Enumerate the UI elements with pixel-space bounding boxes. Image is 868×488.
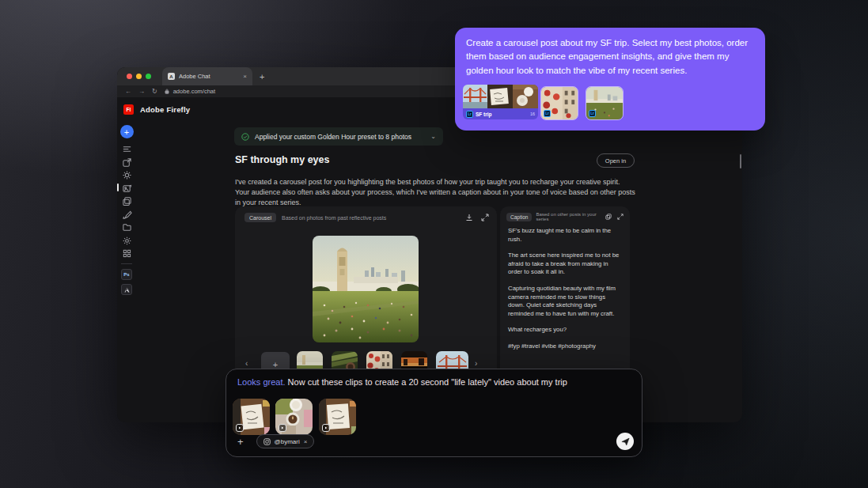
carousel-panel: Carousel Based on photos from past refle… [235, 206, 497, 380]
caption-panel: Caption Based on other posts in your ser… [500, 206, 630, 380]
open-in-button[interactable]: Open in [597, 153, 635, 168]
attached-clip-sketchbook[interactable] [233, 399, 270, 435]
download-icon[interactable] [465, 214, 473, 221]
lightroom-icon: Lr [466, 111, 473, 118]
composer-toolbar: + @bymari × [237, 433, 634, 450]
carousel-panel-header: Carousel Based on photos from past refle… [235, 206, 497, 222]
url-text[interactable]: adobe.com/chat [173, 88, 215, 95]
composer-highlight-text: Looks great. [237, 377, 286, 387]
apps-icon[interactable] [122, 248, 132, 259]
album-count-badge: 16 [530, 112, 535, 116]
album-photo-plates [513, 85, 538, 108]
user-prompt-text: Create a carousel post about my SF trip.… [466, 36, 754, 78]
carousel-prev-button[interactable]: ‹ [245, 359, 248, 368]
remove-handle-icon[interactable]: × [304, 438, 308, 445]
lightroom-icon: Lr [544, 110, 551, 117]
brush-icon[interactable] [122, 210, 132, 220]
image-export-icon[interactable] [122, 183, 132, 194]
firefly-logo-icon: Fl [123, 104, 134, 115]
tab-favicon-icon: A [168, 73, 175, 80]
attachment-album-card[interactable]: Lr SF trip 16 [463, 85, 538, 119]
instagram-handle-chip[interactable]: @bymari × [256, 434, 315, 448]
caption-text: SF's buzz taught me to be calm in the ru… [500, 221, 630, 351]
handle-text: @bymari [275, 438, 300, 445]
carousel-subtitle: Based on photos from past reflective pos… [282, 215, 386, 221]
status-text: Applied your custom Golden Hour preset t… [255, 133, 425, 141]
album-label-bar: Lr SF trip 16 [463, 108, 538, 119]
video-play-icon [279, 424, 286, 432]
scrollbar[interactable] [740, 154, 741, 168]
sidebar-divider [121, 263, 132, 264]
attachment-photo-park[interactable]: Lr [586, 86, 624, 120]
expand-icon[interactable] [617, 214, 624, 220]
expand-icon[interactable] [481, 214, 489, 221]
caption-paragraph: SF's buzz taught me to be calm in the ru… [508, 227, 622, 244]
add-attachment-button[interactable]: + [237, 436, 244, 448]
back-icon[interactable]: ← [125, 89, 131, 95]
composer-rest-text: Now cut these clips to create a 20 secon… [286, 377, 567, 387]
new-tab-button[interactable]: + [260, 72, 264, 81]
chevron-down-icon[interactable]: ⌄ [430, 133, 436, 140]
status-chip[interactable]: Applied your custom Golden Hour preset t… [234, 127, 443, 146]
folder-icon[interactable] [122, 222, 132, 233]
chat-composer[interactable]: Looks great. Now cut these clips to crea… [226, 369, 642, 457]
page-title: SF through my eyes [235, 154, 329, 165]
adobe-app-icon[interactable] [121, 284, 132, 295]
send-icon [621, 437, 630, 446]
history-icon[interactable] [122, 144, 132, 154]
user-prompt-bubble: Create a carousel post about my SF trip.… [455, 28, 765, 131]
album-photo-sketch [487, 85, 513, 108]
copy-icon[interactable] [605, 214, 612, 220]
new-chat-button[interactable]: + [120, 125, 134, 138]
settings-icon[interactable] [122, 236, 132, 246]
attached-clip-sketchbook-2[interactable] [319, 399, 356, 435]
desktop: A Adobe Chat × + ← → ↻ adobe.com/chat Fl… [0, 0, 868, 488]
album-title: SF trip [476, 112, 492, 117]
album-collage [463, 85, 538, 108]
attached-clip-coffee[interactable] [275, 399, 313, 435]
composer-input-text[interactable]: Looks great. Now cut these clips to crea… [237, 377, 567, 387]
carousel-next-button[interactable]: › [475, 359, 477, 368]
lock-icon [165, 89, 169, 94]
send-button[interactable] [616, 433, 634, 450]
caption-paragraph: The art scene here inspired me to not be… [508, 252, 622, 277]
forward-icon[interactable]: → [138, 89, 145, 95]
active-tool-indicator [117, 183, 119, 191]
lightroom-icon: Lr [589, 110, 596, 117]
video-play-icon [322, 424, 330, 432]
window-controls [127, 74, 151, 79]
caption-paragraph: Capturing quotidian beauty with my film … [508, 285, 622, 318]
reload-icon[interactable]: ↻ [152, 89, 157, 95]
minimize-window-button[interactable] [136, 74, 142, 79]
carousel-main-photo[interactable] [313, 236, 419, 342]
browser-tab[interactable]: A Adobe Chat × [162, 67, 252, 85]
check-circle-icon [241, 133, 249, 141]
caption-paragraph: What recharges you? [508, 326, 622, 335]
tab-title: Adobe Chat [179, 73, 239, 80]
result-description: I've created a carousel post for you hig… [235, 177, 635, 208]
share-icon[interactable] [122, 157, 132, 168]
enhance-icon[interactable] [122, 170, 132, 180]
caption-panel-header: Caption Based on other posts in your ser… [500, 206, 630, 221]
zoom-window-button[interactable] [146, 74, 151, 79]
carousel-chip: Carousel [244, 213, 276, 222]
caption-paragraph: #fyp #travel #vibe #photography [508, 342, 622, 351]
caption-chip: Caption [506, 213, 532, 221]
left-sidebar: + Ps [117, 121, 136, 422]
instagram-icon [263, 438, 271, 445]
caption-subtitle: Based on other posts in your series [536, 212, 601, 221]
close-window-button[interactable] [127, 74, 132, 79]
tab-close-icon[interactable]: × [243, 73, 247, 80]
layers-icon[interactable] [122, 196, 132, 206]
photoshop-icon[interactable]: Ps [121, 269, 132, 280]
video-play-icon [236, 424, 244, 432]
app-name: Adobe Firefly [140, 105, 190, 114]
attachment-photo-lanterns[interactable]: Lr [540, 86, 578, 120]
album-photo-bridge [463, 85, 487, 108]
